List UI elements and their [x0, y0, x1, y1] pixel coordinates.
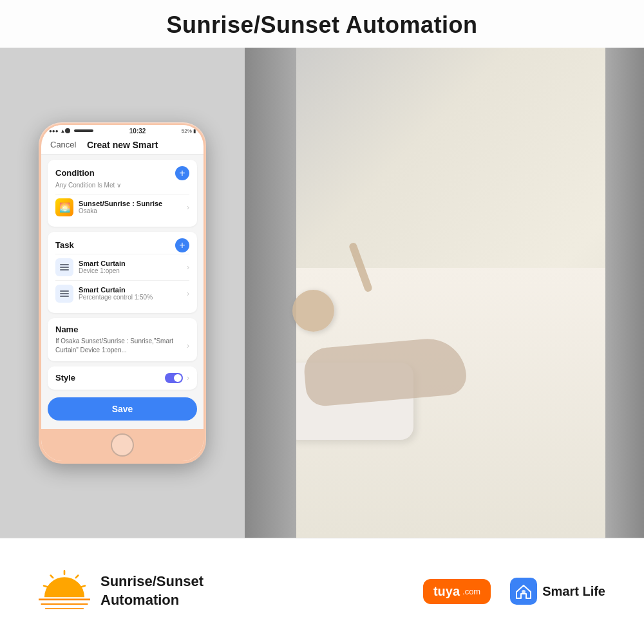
- home-button[interactable]: [111, 433, 134, 457]
- curtain-right: [605, 48, 644, 538]
- sunrise-text-2: Automation: [100, 591, 204, 610]
- svg-line-3: [82, 586, 85, 587]
- bar6: [60, 296, 69, 297]
- curtain-icon-2: [55, 285, 73, 303]
- curtain-bars-icon-2: [60, 290, 69, 297]
- toggle-knob: [174, 374, 182, 382]
- name-section: Name If Osaka Sunset/Sunrise : Sunrise,"…: [48, 318, 197, 361]
- bedroom-scene: [245, 48, 644, 538]
- speaker-icon: [74, 129, 93, 132]
- task-item-2[interactable]: Smart Curtain Percentage control 1:50% ›: [55, 280, 189, 307]
- app-header: Cancel Creat new Smart: [41, 136, 204, 155]
- right-logos: tuya .com Smart Life: [423, 578, 605, 605]
- style-label: Style: [55, 373, 75, 383]
- name-value-row[interactable]: If Osaka Sunset/Sunrise : Sunrise,"Smart…: [55, 337, 189, 355]
- wifi-icon: ▲: [61, 128, 66, 134]
- task-item-1[interactable]: Smart Curtain Device 1:open ›: [55, 254, 189, 280]
- bottom-bar: Sunrise/Sunset Automation tuya .com Smar…: [0, 538, 644, 644]
- task-text-1: Smart Curtain Device 1:open: [79, 260, 182, 274]
- condition-subtitle: Any Condition Is Met ∨: [55, 182, 189, 189]
- sunrise-label: Sunrise/Sunset Automation: [100, 573, 204, 609]
- task-item-1-subtitle: Device 1:open: [79, 267, 182, 274]
- bar3: [60, 269, 69, 270]
- add-condition-button[interactable]: +: [175, 166, 189, 180]
- style-section: Style ›: [48, 366, 197, 390]
- task-text-2: Smart Curtain Percentage control 1:50%: [79, 286, 182, 301]
- svg-point-8: [522, 590, 526, 594]
- condition-title: Condition: [55, 168, 95, 178]
- tuya-dotcom-text: .com: [462, 587, 480, 596]
- home-icon: [515, 583, 532, 600]
- task-section: Task +: [48, 232, 197, 313]
- phone-screen: Condition + Any Condition Is Met ∨ 🌅 Sun…: [41, 155, 204, 429]
- condition-text: Sunset/Sunrise : Sunrise Osaka: [79, 200, 182, 214]
- sun-icon: 🌅: [59, 202, 70, 213]
- style-toggle[interactable]: [165, 373, 183, 383]
- tuya-logo: tuya .com: [423, 579, 491, 604]
- page-wrapper: Sunrise/Sunset Automation ●●● ▲: [0, 0, 644, 644]
- smart-life-icon: [510, 578, 537, 605]
- status-bar: ●●● ▲ 10:32 52% ▮: [41, 125, 204, 136]
- svg-line-2: [51, 576, 53, 578]
- task-item-2-subtitle: Percentage control 1:50%: [79, 294, 182, 301]
- bar4: [60, 290, 69, 292]
- sunrise-svg-icon: [39, 569, 90, 614]
- status-icons: 52% ▮: [182, 128, 196, 134]
- cancel-button[interactable]: Cancel: [50, 140, 76, 149]
- style-chevron-icon: ›: [187, 374, 189, 383]
- top-center: [65, 128, 93, 133]
- bar2: [60, 267, 69, 268]
- task-chevron-2-icon: ›: [187, 289, 189, 298]
- right-side: [245, 48, 644, 538]
- name-value-text: If Osaka Sunset/Sunrise : Sunrise,"Smart…: [55, 337, 187, 355]
- battery-icon: 52% ▮: [182, 128, 196, 134]
- condition-item[interactable]: 🌅 Sunset/Sunrise : Sunrise Osaka ›: [55, 194, 189, 220]
- task-item-1-title: Smart Curtain: [79, 260, 182, 267]
- svg-line-1: [76, 576, 79, 578]
- main-content: ●●● ▲ 10:32 52% ▮ C: [0, 48, 644, 538]
- sunrise-branding: Sunrise/Sunset Automation: [39, 569, 204, 614]
- sunrise-text-1: Sunrise/Sunset: [100, 573, 204, 591]
- style-right: ›: [165, 373, 189, 383]
- bar1: [60, 264, 69, 265]
- condition-header: Condition +: [55, 166, 189, 180]
- sunrise-condition-icon: 🌅: [55, 198, 73, 216]
- curtain-icon-1: [55, 258, 73, 276]
- page-title: Sunrise/Sunset Automation: [0, 12, 644, 39]
- svg-line-4: [44, 586, 47, 587]
- bar5: [60, 293, 69, 294]
- save-button[interactable]: Save: [48, 397, 197, 421]
- condition-section: Condition + Any Condition Is Met ∨ 🌅 Sun…: [48, 160, 197, 227]
- top-banner: Sunrise/Sunset Automation: [0, 0, 644, 48]
- signal-icon: ●●●: [49, 128, 59, 134]
- signal-area: ●●● ▲: [49, 128, 65, 134]
- chevron-right-icon: ›: [187, 203, 189, 212]
- name-chevron-icon: ›: [187, 341, 189, 350]
- condition-item-subtitle: Osaka: [79, 207, 182, 214]
- smart-life-logo: Smart Life: [510, 578, 605, 605]
- name-label: Name: [55, 325, 189, 334]
- condition-item-title: Sunset/Sunrise : Sunrise: [79, 200, 182, 207]
- phone-frame: ●●● ▲ 10:32 52% ▮ C: [39, 122, 206, 464]
- camera-icon: [65, 128, 70, 133]
- app-header-title: Creat new Smart: [87, 140, 158, 150]
- tuya-brand-text: tuya: [433, 584, 460, 599]
- status-time: 10:32: [93, 128, 181, 135]
- task-chevron-1-icon: ›: [187, 263, 189, 272]
- phone-home-area: [41, 429, 204, 461]
- add-task-button[interactable]: +: [175, 238, 189, 252]
- task-header: Task +: [55, 238, 189, 252]
- phone-inner: ●●● ▲ 10:32 52% ▮ C: [41, 125, 204, 461]
- task-title: Task: [55, 240, 74, 250]
- task-item-2-title: Smart Curtain: [79, 286, 182, 294]
- left-side: ●●● ▲ 10:32 52% ▮ C: [0, 48, 245, 538]
- curtain-left: [245, 48, 296, 538]
- smart-life-text: Smart Life: [542, 584, 605, 599]
- curtain-bars-icon: [60, 264, 69, 270]
